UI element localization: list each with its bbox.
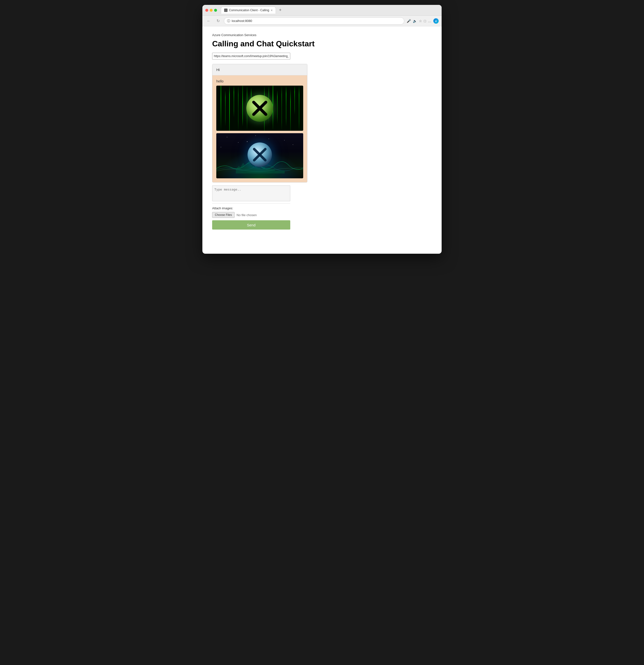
meeting-url-input[interactable] (212, 53, 290, 59)
tab-favicon (224, 8, 227, 12)
active-tab[interactable]: Communication Client - Calling × (221, 6, 276, 14)
more-icon[interactable]: … (428, 19, 431, 23)
divider (212, 203, 290, 204)
traffic-lights (205, 9, 217, 12)
mic-icon[interactable]: 🎤 (407, 19, 411, 23)
tab-bar: Communication Client - Calling × + (221, 6, 439, 14)
reload-button[interactable]: ↻ (215, 18, 221, 24)
title-bar: Communication Client - Calling × + (202, 5, 442, 16)
image-attachment-1 (216, 86, 303, 131)
lock-icon: ⓘ (227, 19, 230, 23)
maximize-traffic-light[interactable] (214, 9, 217, 12)
xbox-logo-2 (247, 142, 272, 167)
edge-browser-icon: e (433, 18, 439, 24)
xbox-image-green (216, 86, 303, 131)
close-traffic-light[interactable] (205, 9, 208, 12)
hello-message: hello (213, 75, 307, 182)
image-attachment-2 (216, 133, 303, 178)
tab-close-button[interactable]: × (271, 8, 273, 12)
page-title: Calling and Chat Quickstart (212, 39, 432, 48)
hi-message-text: Hi (216, 68, 220, 72)
xbox-image-dark (216, 133, 303, 178)
read-aloud-icon[interactable]: 🔈 (413, 19, 417, 23)
address-bar: ← ↻ ⓘ localhost:8080 🎤 🔈 ☆ □ … e (202, 16, 442, 26)
xbox-logo-1 (246, 95, 273, 122)
split-screen-icon[interactable]: □ (424, 19, 426, 23)
browser-window: Communication Client - Calling × + ← ↻ ⓘ… (202, 5, 442, 254)
tab-title: Communication Client - Calling (229, 8, 269, 12)
chat-container: Hi hello (212, 64, 307, 183)
azure-services-label: Azure Communication Services (212, 33, 432, 37)
address-input-wrap[interactable]: ⓘ localhost:8080 (224, 17, 404, 25)
page-content: Azure Communication Services Calling and… (202, 26, 442, 236)
hello-message-text: hello (216, 79, 303, 83)
message-input[interactable] (212, 185, 290, 201)
choose-files-button[interactable]: Choose Files (212, 212, 235, 218)
send-button[interactable]: Send (212, 220, 290, 230)
favorites-icon[interactable]: ☆ (419, 19, 422, 23)
new-tab-button[interactable]: + (277, 7, 284, 14)
message-input-area: Attach images: Choose Files No file chos… (212, 185, 432, 230)
hi-message: Hi (213, 64, 307, 75)
no-file-chosen-text: No file chosen (237, 213, 257, 217)
url-display: localhost:8080 (232, 19, 252, 23)
file-input-row: Choose Files No file chosen (212, 212, 432, 218)
address-icons: 🎤 🔈 ☆ □ … e (407, 18, 439, 24)
minimize-traffic-light[interactable] (210, 9, 213, 12)
back-button[interactable]: ← (205, 18, 212, 24)
attach-label: Attach images: (212, 206, 432, 210)
